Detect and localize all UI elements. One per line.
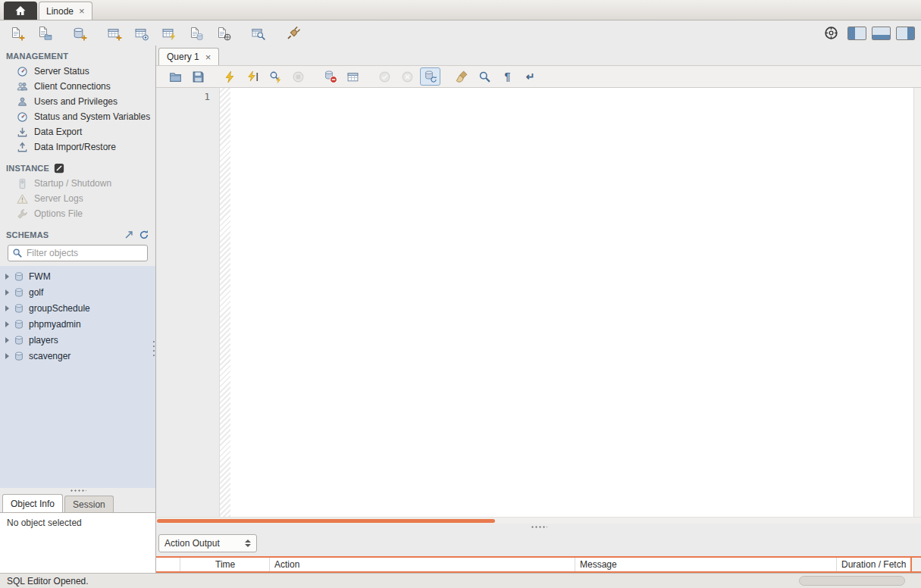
search-table-data-icon[interactable] [247, 23, 270, 43]
reconnect-dbms-icon[interactable] [282, 23, 305, 43]
create-routine-icon[interactable] [158, 23, 180, 43]
sidebar-item-status-variables[interactable]: Status and System Variables [0, 109, 155, 124]
sidebar-item-startup-shutdown[interactable]: Startup / Shutdown [0, 176, 155, 191]
tab-label: Object Info [11, 499, 55, 509]
output-col-duration[interactable]: Duration / Fetch [837, 558, 910, 571]
sidebar-item-users-privileges[interactable]: Users and Privileges [0, 94, 155, 109]
object-info-panel: No object selected [0, 512, 155, 573]
toggle-sidebar-icon[interactable] [847, 27, 866, 40]
preferences-icon[interactable] [819, 23, 842, 43]
schema-filter-input[interactable] [27, 248, 143, 258]
sidebar-item-client-connections[interactable]: Client Connections [0, 79, 155, 94]
schema-label: players [29, 335, 58, 346]
find-icon[interactable] [475, 67, 495, 86]
window-tab-bar: Linode × [0, 0, 921, 20]
object-info-text: No object selected [7, 518, 82, 528]
output-col-status[interactable] [156, 558, 180, 571]
expander-icon[interactable] [5, 353, 9, 359]
execute-current-icon[interactable] [243, 67, 263, 86]
tab-object-info[interactable]: Object Info [2, 494, 63, 512]
sidebar-item-label: Server Status [34, 66, 89, 77]
expander-icon[interactable] [5, 274, 9, 280]
connections-icon [17, 81, 28, 92]
sidebar-splitter-handle[interactable] [152, 339, 155, 358]
editor-gutter[interactable]: 1 [156, 88, 220, 517]
horizontal-scroll-thumb[interactable] [157, 519, 495, 523]
commit-icon[interactable] [374, 67, 395, 86]
save-script-icon[interactable] [188, 67, 208, 86]
create-schema-icon[interactable] [68, 23, 91, 43]
expander-icon[interactable] [5, 289, 9, 296]
create-function-icon[interactable] [212, 23, 235, 43]
query-tab-bar: Query 1 × [156, 45, 921, 65]
refresh-schemas-icon[interactable] [139, 230, 149, 240]
sidebar-item-label: Status and System Variables [34, 111, 150, 122]
instance-section-header: INSTANCE [0, 161, 155, 176]
schema-row-golf[interactable]: golf [0, 284, 155, 300]
schema-row-fwm[interactable]: FWM [0, 268, 155, 284]
editor-text-area[interactable] [230, 88, 913, 517]
sidebar-item-label: Client Connections [34, 81, 111, 92]
sidebar-item-server-status[interactable]: Server Status [0, 64, 155, 79]
limit-rows-icon[interactable] [343, 67, 363, 86]
output-selector[interactable]: Action Output [158, 534, 257, 552]
toggle-output-area-icon[interactable] [872, 27, 891, 40]
schema-row-groupschedule[interactable]: groupSchedule [0, 300, 155, 316]
expander-icon[interactable] [5, 337, 9, 343]
close-connection-tab-icon[interactable]: × [79, 6, 85, 16]
new-query-tab-icon[interactable] [6, 23, 29, 43]
toggle-invisible-chars-icon[interactable]: ¶ [497, 67, 518, 86]
power-icon [17, 178, 28, 189]
instance-config-icon[interactable] [54, 163, 64, 174]
sidebar-bottom-tabs: Object Info Session [0, 493, 155, 512]
create-table-icon[interactable] [103, 23, 126, 43]
connection-tab[interactable]: Linode × [39, 2, 92, 20]
schema-row-phpmyadmin[interactable]: phpmyadmin [0, 316, 155, 332]
sidebar-item-label: Startup / Shutdown [34, 178, 111, 189]
sidebar-item-label: Data Export [34, 127, 82, 137]
gauge-icon [17, 66, 28, 77]
sidebar-item-label: Data Import/Restore [34, 142, 116, 152]
output-splitter[interactable] [156, 524, 921, 530]
schema-row-scavenger[interactable]: scavenger [0, 348, 155, 364]
sidebar-item-data-import[interactable]: Data Import/Restore [0, 139, 155, 155]
editor-vertical-scrollbar[interactable] [913, 88, 921, 517]
wrench-icon [17, 208, 28, 220]
toggle-stop-on-error-icon[interactable] [320, 67, 340, 86]
output-col-message[interactable]: Message [575, 558, 837, 571]
create-view-icon[interactable] [130, 23, 153, 43]
toggle-secondary-sidebar-icon[interactable] [896, 27, 915, 40]
expander-icon[interactable] [5, 305, 9, 311]
schema-label: FWM [29, 271, 51, 282]
output-col-action[interactable]: Action [270, 558, 575, 571]
editor-horizontal-scrollbar[interactable] [156, 517, 921, 524]
sidebar-item-server-logs[interactable]: Server Logs [0, 191, 155, 206]
execute-icon[interactable] [220, 67, 240, 86]
toggle-wrap-icon[interactable]: ↵ [520, 67, 540, 86]
sidebar-item-data-export[interactable]: Data Export [0, 124, 155, 139]
open-script-icon[interactable] [165, 67, 186, 86]
schema-icon [14, 351, 24, 361]
open-sql-script-icon[interactable] [33, 23, 56, 43]
beautify-icon[interactable] [452, 67, 472, 86]
search-icon [12, 248, 23, 258]
sidebar-item-options-file[interactable]: Options File [0, 206, 155, 221]
output-scrollbar[interactable] [910, 558, 921, 571]
sidebar-item-label: Users and Privileges [34, 96, 117, 107]
stop-icon[interactable] [288, 67, 309, 86]
toggle-autocommit-icon[interactable] [420, 67, 440, 86]
schema-row-players[interactable]: players [0, 332, 155, 348]
explain-icon[interactable] [265, 67, 286, 86]
schema-label: groupSchedule [29, 303, 90, 314]
export-icon [17, 127, 28, 138]
rollback-icon[interactable] [397, 67, 418, 86]
close-query-tab-icon[interactable]: × [205, 52, 211, 62]
query-tab[interactable]: Query 1 × [158, 48, 219, 65]
home-tab[interactable] [4, 2, 37, 20]
create-procedure-icon[interactable] [185, 23, 208, 43]
expander-icon[interactable] [5, 321, 9, 327]
tab-session[interactable]: Session [64, 496, 114, 512]
output-col-time[interactable]: Time [180, 558, 270, 571]
open-schema-panel-icon[interactable] [124, 230, 134, 240]
schema-filter-box [8, 245, 148, 261]
